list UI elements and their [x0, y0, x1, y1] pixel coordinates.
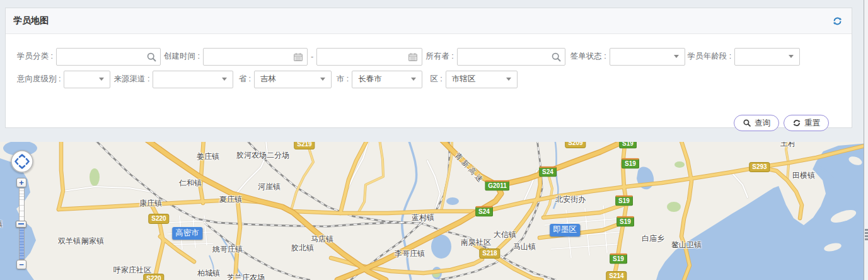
zoom-slider-fill	[20, 228, 24, 259]
map-city-label: 即墨区	[550, 224, 580, 236]
map-labels-layer: 姜庄镇胶河农场二分场仁和镇河崖镇康庄镇夏庄镇双羊镇阚家镇呼家庄社区姚哥庄镇柏城镇…	[0, 142, 868, 280]
map-town-label: 大信镇	[494, 230, 516, 240]
reset-button[interactable]: 重置	[784, 115, 829, 131]
map-town-label: 夏庄镇	[219, 194, 242, 205]
road-badge: S220	[148, 214, 169, 224]
owner-input[interactable]	[458, 49, 565, 65]
filter-form: 学员分类 : 创建时间 : -	[6, 47, 852, 141]
map-town-label: 南泉社区	[461, 237, 491, 248]
map-pan-control[interactable]	[11, 150, 33, 173]
source-channel-select[interactable]	[153, 71, 233, 88]
map-town-label: 鳌山卫镇	[671, 240, 702, 250]
map-town-label: 王村	[780, 142, 796, 149]
city-select[interactable]: 长春市	[352, 71, 422, 88]
filter-row-2: 意向度级别 : 来源渠道 : 省 : 吉林 市 : 长春市	[6, 70, 852, 88]
road-badge: S24	[539, 166, 557, 177]
zoom-slider-handle[interactable]	[16, 221, 26, 228]
map-city-label: 高密市	[172, 227, 202, 240]
intention-level-label: 意向度级别 :	[17, 74, 61, 85]
road-badge: G2011	[485, 180, 509, 191]
map-town-label: 胶河农场二分场	[236, 150, 289, 161]
map-town-label: 白庙乡	[642, 233, 664, 244]
create-time-to-input[interactable]	[317, 49, 422, 65]
map-town-label: 仁和镇	[179, 178, 202, 189]
chevron-down-icon	[674, 55, 679, 58]
zoom-in-button[interactable]: +	[16, 178, 26, 187]
search-icon[interactable]	[551, 52, 562, 65]
intention-level-select[interactable]	[64, 71, 110, 88]
province-select[interactable]: 吉林	[254, 71, 332, 88]
search-icon[interactable]	[146, 52, 157, 65]
map-town-label: 田横镇	[792, 170, 815, 181]
scrollbar-thumb[interactable]	[865, 229, 868, 240]
map-town-label: 芝兰庄农场	[227, 272, 265, 280]
road-badge: S220	[143, 274, 164, 280]
city-label: 市 :	[337, 74, 349, 85]
student-category-input-wrap	[56, 48, 161, 66]
page-title: 学员地图	[13, 15, 49, 26]
student-age-select[interactable]	[734, 48, 800, 66]
map-town-label: 镇	[0, 219, 3, 230]
page-scrollbar[interactable]	[864, 0, 868, 280]
road-badge: S19	[619, 142, 637, 149]
road-badge: S219	[294, 142, 315, 149]
map-town-label: 胶北镇	[291, 243, 314, 254]
road-badge: S293	[749, 162, 770, 172]
chevron-down-icon	[789, 55, 794, 58]
date-range-separator: -	[311, 52, 313, 61]
create-time-to-wrap	[316, 48, 422, 66]
map-town-label: 北安街办	[555, 194, 586, 205]
panel-refresh-icon[interactable]	[832, 16, 843, 26]
chevron-down-icon	[506, 78, 511, 81]
road-badge: S209	[565, 142, 586, 148]
map-town-label: 双羊镇	[58, 236, 81, 247]
map-town-label: 李哥庄镇	[395, 248, 425, 259]
chevron-down-icon	[222, 78, 227, 81]
filter-panel: 学员地图 学员分类 :	[5, 8, 852, 128]
create-time-from-input[interactable]	[204, 49, 307, 65]
map-town-label: 阚家镇	[81, 236, 104, 247]
filter-actions: 查询 重置	[734, 115, 829, 131]
query-button[interactable]: 查询	[734, 115, 779, 131]
district-value: 市辖区	[452, 74, 476, 85]
owner-label: 所有者 :	[425, 51, 453, 62]
map-canvas[interactable]: 姜庄镇胶河农场二分场仁和镇河崖镇康庄镇夏庄镇双羊镇阚家镇呼家庄社区姚哥庄镇柏城镇…	[0, 142, 868, 280]
chevron-down-icon	[320, 78, 325, 81]
panel-header: 学员地图	[6, 8, 852, 34]
sign-status-select[interactable]	[610, 48, 685, 66]
road-badge: S19	[622, 158, 639, 169]
student-map-page: 学员地图 学员分类 :	[0, 0, 868, 280]
map-town-label: 康庄镇	[139, 198, 162, 209]
chevron-down-icon	[99, 78, 104, 81]
road-badge: S218	[479, 248, 500, 259]
create-time-label: 创建时间 :	[164, 51, 200, 62]
zoom-out-button[interactable]: −	[16, 260, 26, 269]
road-badge: S214	[606, 271, 627, 280]
road-badge: S24	[475, 206, 493, 217]
chevron-down-icon	[411, 78, 416, 81]
search-icon	[743, 119, 751, 127]
map-town-label: 蓝村镇	[412, 213, 434, 223]
calendar-icon[interactable]	[407, 52, 419, 65]
student-age-label: 学员年龄段 :	[688, 51, 731, 62]
map-town-label: 姜庄镇	[197, 151, 219, 162]
district-select[interactable]: 市辖区	[446, 71, 518, 88]
map-town-label: 姚哥庄镇	[212, 244, 243, 255]
province-label: 省 :	[238, 74, 250, 85]
calendar-icon[interactable]	[292, 52, 304, 65]
district-label: 区 :	[430, 74, 442, 85]
student-category-input[interactable]	[57, 49, 160, 65]
province-value: 吉林	[260, 74, 276, 85]
map-town-label: 马山镇	[513, 242, 536, 252]
student-category-label: 学员分类 :	[17, 51, 53, 62]
road-badge: S19	[616, 216, 634, 227]
map-town-label: 马店镇	[311, 234, 333, 245]
road-badge: S19	[610, 254, 627, 264]
sign-status-label: 签单状态 :	[570, 51, 606, 62]
map-town-label: 柏城镇	[197, 268, 220, 279]
road-badge: S19	[615, 195, 633, 206]
map-town-label: 河崖镇	[258, 182, 281, 192]
source-channel-label: 来源渠道 :	[113, 74, 149, 85]
refresh-icon	[792, 119, 801, 127]
owner-input-wrap	[457, 48, 565, 66]
